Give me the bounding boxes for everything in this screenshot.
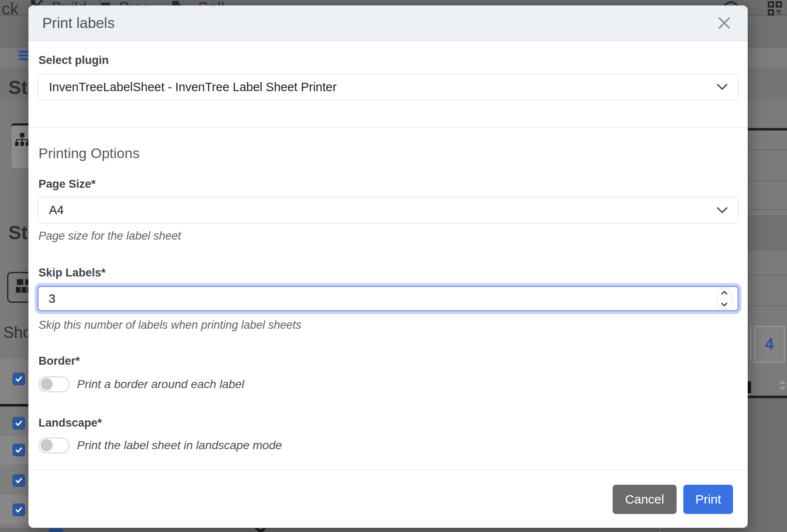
page-size-help: Page size for the label sheet [38,230,181,242]
table-row [0,524,28,528]
row-checkbox [13,504,25,516]
chevron-down-icon [716,207,728,214]
pagination-page-4: 4 [754,326,785,363]
toggle-knob [41,439,53,451]
bg-right-row-line [748,305,787,306]
chevron-down-icon [716,83,728,91]
close-button[interactable] [716,15,733,31]
print-labels-dialog: Print labels Select plugin InvenTreeLabe… [28,5,748,528]
printing-options-heading: Printing Options [38,146,140,160]
skip-labels-input[interactable] [38,286,738,311]
landscape-label: Landscape* [38,417,102,429]
number-stepper[interactable] [717,288,732,309]
bg-right-band [748,215,787,251]
bg-column-line [660,528,661,532]
landscape-toggle[interactable] [38,437,69,453]
footer-divider [28,469,748,470]
dialog-title: Print labels [42,15,115,30]
sitemap-icon [15,133,29,146]
border-label: Border* [38,356,80,367]
stepper-down-icon[interactable] [721,302,728,307]
plugin-label: Select plugin [38,55,109,66]
bg-right-row-line [748,275,787,276]
stepper-up-icon[interactable] [721,291,728,295]
row-checkbox [13,444,25,456]
bg-bottom-strip [0,528,787,532]
page-heading-mid-partial: St [8,223,28,242]
toggle-knob [41,378,53,390]
section-divider [28,127,748,128]
bg-right-header-border [748,128,787,130]
barcode-scan-icon [768,1,782,15]
plugin-select[interactable]: InvenTreeLabelSheet - InvenTree Label Sh… [38,74,738,100]
sort-icon [778,380,787,391]
select-all-checkbox [13,373,25,385]
skip-labels-help: Skip this number of labels when printing… [38,320,302,331]
skip-labels-field [38,286,738,311]
row-checkbox [13,417,25,430]
hamburger-menu-icon [18,51,29,62]
bg-right-row-line [748,149,787,150]
border-help: Print a border around each label [77,379,244,390]
plugin-select-value: InvenTreeLabelSheet - InvenTree Label Sh… [49,80,337,94]
nav-tab-stock-partial: ck [2,0,18,20]
skip-labels-label: Skip Labels* [38,267,106,279]
landscape-help: Print the label sheet in landscape mode [77,440,282,451]
bg-right-row-line [748,181,787,182]
row-checkbox [13,474,25,487]
bg-right-lower [748,398,787,532]
page-size-select[interactable]: A4 [38,197,738,223]
bg-right-row-line [748,209,787,210]
bg-right-footer-border [748,396,787,398]
showing-text-partial: Sho [3,325,32,340]
print-button[interactable]: Print [683,485,733,514]
cross-glyph-partial [251,528,270,532]
table-header-border [0,404,28,407]
close-icon [716,15,733,31]
page-heading-top-partial: St [8,78,28,97]
border-toggle[interactable] [38,376,69,392]
cancel-button[interactable]: Cancel [613,485,677,514]
page-size-select-value: A4 [49,203,64,217]
page-size-label: Page Size* [38,179,96,190]
dialog-header: Print labels [28,5,748,41]
row-checkbox-partial [49,528,63,532]
pagination-cell-edge [751,326,751,361]
